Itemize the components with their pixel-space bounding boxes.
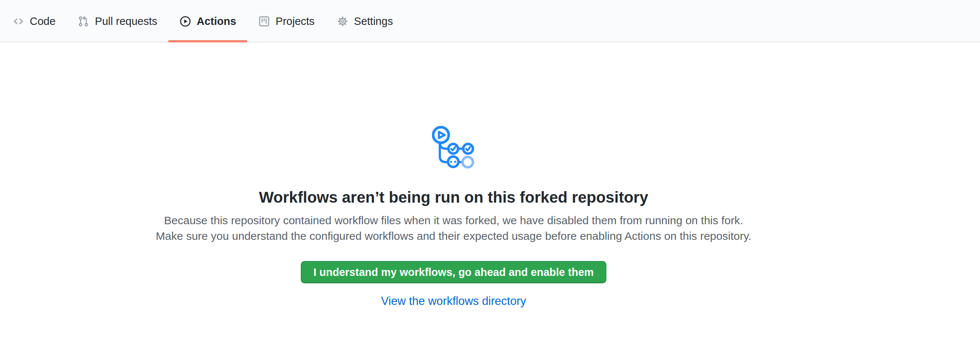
main-content: Workflows aren’t being run on this forke… — [0, 42, 980, 308]
play-circle-icon — [180, 16, 191, 27]
tab-label: Code — [30, 15, 56, 27]
tab-label: Actions — [197, 15, 236, 27]
tab-settings[interactable]: Settings — [326, 0, 404, 42]
view-workflows-directory-link[interactable]: View the workflows directory — [381, 294, 527, 308]
tab-pull-requests[interactable]: Pull requests — [67, 0, 169, 42]
tab-projects[interactable]: Projects — [247, 0, 326, 42]
workflow-graph-icon — [432, 125, 475, 169]
git-pull-request-icon — [78, 16, 89, 27]
tab-label: Projects — [275, 15, 315, 27]
repo-tab-bar: Code Pull requests Actions — [0, 0, 980, 42]
gear-icon — [337, 16, 348, 27]
enable-workflows-button[interactable]: I understand my workflows, go ahead and … — [301, 261, 606, 283]
tab-actions[interactable]: Actions — [169, 0, 247, 42]
blankslate-heading: Workflows aren’t being run on this forke… — [0, 189, 907, 206]
actions-disabled-blankslate: Workflows aren’t being run on this forke… — [0, 42, 907, 308]
project-icon — [258, 16, 270, 27]
code-icon — [13, 16, 24, 27]
tab-label: Pull requests — [95, 15, 157, 27]
tab-code[interactable]: Code — [2, 0, 67, 42]
tab-label: Settings — [354, 15, 393, 27]
blankslate-description: Because this repository contained workfl… — [154, 213, 754, 244]
